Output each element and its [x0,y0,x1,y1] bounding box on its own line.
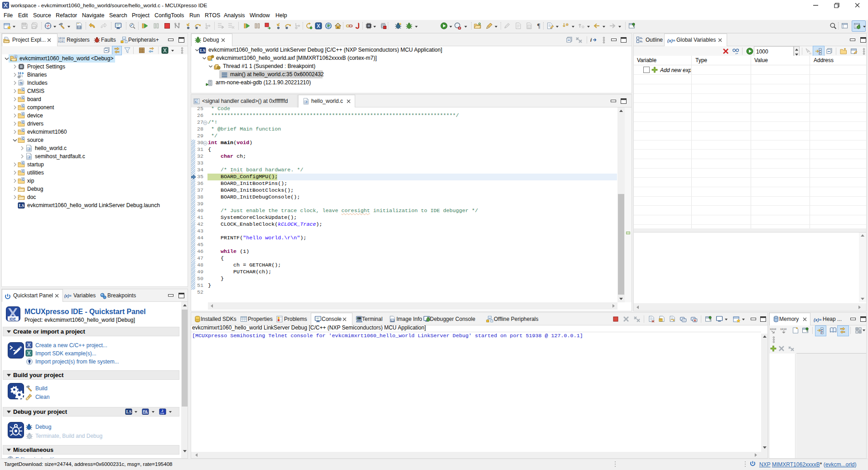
svg-text:LS: LS [200,48,206,53]
svg-text:010: 010 [77,26,82,29]
svg-text:.c: .c [28,155,30,159]
svg-text:0101: 0101 [58,40,65,44]
svg-text:LS: LS [19,204,24,208]
svg-text:C: C [22,178,24,181]
svg-text:.c: .c [28,147,30,150]
svg-text:C: C [22,129,24,132]
svg-text:C: C [22,104,24,107]
svg-text:1010: 1010 [58,37,65,40]
svg-text:LS: LS [126,410,132,414]
svg-text:C: C [22,170,24,173]
svg-text:(x)=: (x)= [667,38,675,43]
svg-text:x=: x= [735,52,738,55]
svg-text:C: C [22,121,24,124]
svg-text:.c: .c [305,100,308,103]
svg-text:C: C [22,88,24,91]
svg-text:C: C [22,112,24,116]
svg-text:C: C [22,96,24,99]
svg-text:(x)=: (x)= [64,294,71,298]
svg-text:i: i [590,37,592,43]
svg-text:c: c [195,100,197,103]
svg-text:010: 010 [391,320,395,322]
svg-text:C: C [22,137,24,140]
svg-text:C: C [15,55,17,58]
svg-text:(x)=: (x)= [814,317,822,322]
svg-text:Link: Link [160,412,164,415]
svg-text:1010: 1010 [770,328,776,331]
svg-text:1010: 1010 [780,328,787,331]
svg-text:C: C [22,161,24,165]
svg-text:¶: ¶ [537,23,540,29]
svg-text:h: h [20,82,22,85]
svg-text:P&: P& [143,410,148,413]
svg-text:IDE: IDE [10,317,16,321]
